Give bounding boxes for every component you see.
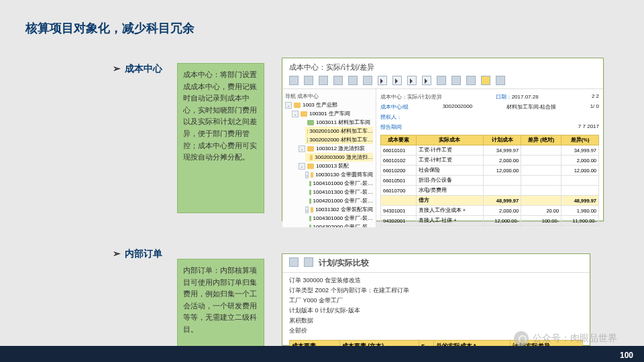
toolbar-icon[interactable]	[304, 76, 313, 85]
report-detail: 成本中心：实际/计划/差异日期：2017.07.282 2 成本中心/组3002…	[376, 89, 603, 227]
footer-bar: 100	[0, 346, 644, 362]
report-title: 计划/实际比较	[319, 257, 369, 269]
info-row: 累积数据	[289, 316, 583, 326]
info-row: 工厂 Y000 金带工厂	[289, 296, 583, 306]
section-2-desc: 内部订单：内部核算项目可使用内部订单归集费用，例如归集一个工会活动，一个研发费用…	[177, 259, 264, 347]
toolbar-icon[interactable]	[363, 76, 372, 85]
tree-node[interactable]: 1004101000 金带厂-装…	[305, 179, 373, 188]
nav-next-icon[interactable]	[407, 76, 417, 85]
tree-node[interactable]: -1003 生产总部	[285, 101, 373, 109]
toolbar-icon[interactable]	[496, 76, 505, 85]
toolbar-icon[interactable]	[304, 257, 313, 267]
toolbar-icon[interactable]	[481, 76, 490, 85]
tree-node[interactable]: 1004101300 金带厂-装…	[305, 188, 373, 196]
toolbar-icon[interactable]	[333, 76, 343, 85]
toolbar: 计划/实际比较	[282, 254, 590, 273]
watermark: 公众号：肉眼品世界	[514, 331, 617, 346]
nav-prev-icon[interactable]	[392, 76, 402, 85]
cc-label[interactable]: 成本中心/组	[380, 103, 409, 111]
tree-node[interactable]: 3002002000 材料加工车…	[305, 135, 373, 144]
tree-node[interactable]: 3002001000 材料加工车…	[305, 127, 373, 135]
nav-first-icon[interactable]	[378, 76, 387, 85]
triangle-icon: ➢	[113, 63, 121, 74]
report-title: 成本中心：实际/计划/差异	[282, 58, 603, 72]
section-2-label: ➢内部订单	[113, 248, 162, 260]
wechat-icon	[514, 331, 529, 346]
tree-node[interactable]: -10030130 金带圆筒车间	[305, 170, 373, 179]
date-label: 日期：	[496, 94, 512, 100]
tree-node[interactable]: 1004302000 金带厂-装…	[305, 223, 373, 227]
toolbar	[282, 72, 603, 89]
tree-node[interactable]: 1003011 材料加工车间	[299, 118, 373, 127]
tree-node[interactable]: -1003013 装配	[299, 162, 373, 170]
tree-node[interactable]: -100301 生产车间	[292, 109, 373, 118]
header-label: 成本中心：实际/计划/差异	[380, 93, 442, 101]
toolbar-icon[interactable]	[451, 76, 461, 85]
cost-center-report: 成本中心：实际/计划/差异 导航 成本中心-1003 生产总部-100301 生…	[282, 58, 604, 221]
toolbar-icon[interactable]	[437, 76, 446, 85]
tree-node[interactable]: -10031302 金带装配车间	[305, 205, 373, 214]
toolbar-icon[interactable]	[289, 257, 299, 267]
triangle-icon: ➢	[113, 248, 121, 259]
cost-center-tree[interactable]: 导航 成本中心-1003 生产总部-100301 生产车间1003011 材料加…	[282, 89, 376, 227]
tree-node[interactable]: 1004201000 金带厂-装…	[305, 196, 373, 205]
toolbar-icon[interactable]	[466, 76, 476, 85]
page-title: 核算项目对象化，减少科目冗余	[25, 20, 195, 36]
nav-last-icon[interactable]	[422, 76, 431, 85]
page-number: 100	[620, 351, 633, 360]
tree-node[interactable]: 1004301000 金带厂-装…	[305, 214, 373, 223]
toolbar-icon[interactable]	[319, 76, 328, 85]
toolbar-icon[interactable]	[289, 76, 299, 85]
info-row: 计划版本 0 计划/实际-版本	[289, 306, 583, 316]
toolbar-icon[interactable]	[348, 76, 358, 85]
section-1-desc: 成本中心：将部门设置成成本中心，费用记账时自动记录到成本中心，实时知晓部门费用以…	[177, 63, 264, 213]
tree-node[interactable]: -1003012 激光清扫装	[299, 144, 373, 153]
info-row: 订单类型 Z002 个别内部订单：在建工程订单	[289, 286, 583, 296]
section-1-label: ➢成本中心	[113, 63, 162, 75]
cost-table: 成本要素实际成本计划成本差异 (绝对)差异(%)66010101工资-计件工资3…	[380, 135, 599, 227]
tree-node[interactable]: 3002003000 激光清扫…	[305, 153, 373, 162]
info-row: 订单 300000 食堂装修改造	[289, 276, 583, 286]
